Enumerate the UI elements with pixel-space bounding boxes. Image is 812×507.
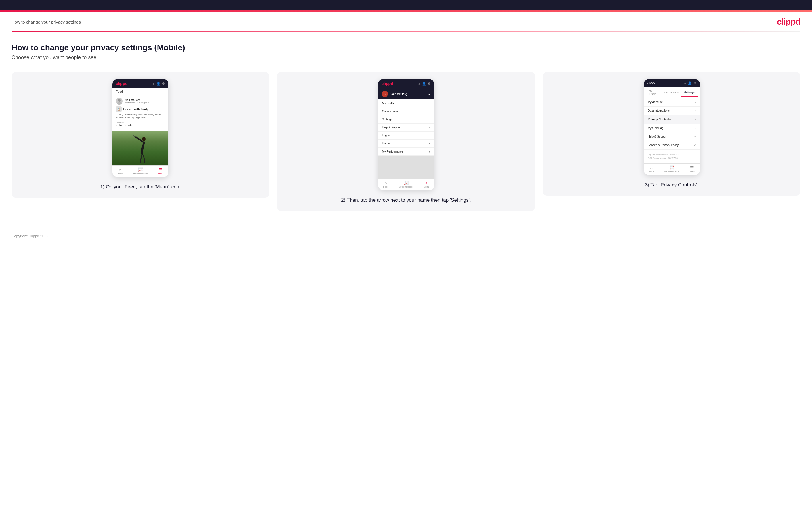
phone3-tabs: My Profile Connections Settings <box>644 87 700 98</box>
back-button[interactable]: ‹ Back <box>647 81 655 85</box>
profile-icon-3[interactable]: 👤 <box>688 81 692 85</box>
version-info: Clippd Client Version: 2022.8.3-3 GQL Se… <box>644 150 700 163</box>
settings-service-privacy[interactable]: Service & Privacy Policy ↗ <box>644 141 700 150</box>
phone1-duration-label: Duration <box>116 121 165 123</box>
phone2-menu-logout[interactable]: Logout <box>378 131 434 139</box>
server-version: GQL Server Version: 2022.7.30-1 <box>648 157 696 160</box>
header: How to change your privacy settings clip… <box>0 12 812 31</box>
phone2-menu-help[interactable]: Help & Support <box>378 123 434 131</box>
phone1-username: Blair McHarg <box>124 99 149 101</box>
phone2-nav-close[interactable]: ✕ Menu <box>424 181 429 188</box>
feed-label: Feed <box>112 88 168 95</box>
phone1-navbar: clippd ⌕ 👤 ⚙ <box>112 79 168 88</box>
phone3-nav-performance[interactable]: 📈 My Performance <box>664 165 679 173</box>
svg-point-2 <box>142 137 146 141</box>
chevron-right-icon-3: › <box>695 118 696 121</box>
tab-my-profile[interactable]: My Profile <box>646 87 661 98</box>
home-label-3: Home <box>649 171 654 173</box>
settings-icon-2[interactable]: ⚙ <box>428 82 431 86</box>
phone1-date: Yesterday · Sunningdale <box>124 101 149 104</box>
chevron-up-icon: ▲ <box>428 93 431 96</box>
step-card-3: ‹ Back ⌕ 👤 ⚙ My Profile Connections Sett… <box>543 72 801 195</box>
phone1-lesson-icon: 📋 <box>116 106 121 112</box>
phone2-user-info: B Blair McHarg <box>382 91 407 97</box>
phone2-menu: My Profile Connections Settings Help & S… <box>378 99 434 156</box>
chevron-down-icon-2: ▾ <box>429 150 430 153</box>
client-version: Clippd Client Version: 2022.8.3-3 <box>648 153 696 157</box>
phone2-menu-my-profile[interactable]: My Profile <box>378 99 434 107</box>
home-icon: ⌂ <box>119 167 121 172</box>
phone3-bottom-nav: ⌂ Home 📈 My Performance ☰ Menu <box>644 163 700 175</box>
phone2-nav-icons: ⌕ 👤 ⚙ <box>418 82 431 86</box>
phone2-username: Blair McHarg <box>390 93 407 96</box>
menu-icon: ☰ <box>159 167 162 172</box>
settings-my-golf-bag[interactable]: My Golf Bag › <box>644 124 700 132</box>
phone2-bottom-nav: ⌂ Home 📈 My Performance ✕ Menu <box>378 179 434 190</box>
profile-icon-2[interactable]: 👤 <box>422 82 426 86</box>
performance-icon-2: 📈 <box>404 181 409 185</box>
phone1-nav-icons: ⌕ 👤 ⚙ <box>153 82 165 86</box>
close-icon: ✕ <box>425 181 428 185</box>
phone2-nav-home[interactable]: ⌂ Home <box>383 181 389 188</box>
profile-icon[interactable]: 👤 <box>156 82 160 86</box>
external-icon-2: ↗ <box>694 144 696 147</box>
step3-caption: 3) Tap 'Privacy Controls'. <box>645 181 699 189</box>
menu-label: Menu <box>158 173 163 175</box>
phone1-nav-home[interactable]: ⌂ Home <box>117 167 123 175</box>
phone2-menu-settings[interactable]: Settings <box>378 115 434 123</box>
tab-settings[interactable]: Settings <box>681 89 698 97</box>
settings-help-support[interactable]: Help & Support ↗ <box>644 132 700 141</box>
settings-privacy-controls[interactable]: Privacy Controls › <box>644 115 700 124</box>
phone1-nav-performance[interactable]: 📈 My Performance <box>133 167 148 175</box>
search-icon-2[interactable]: ⌕ <box>418 82 420 86</box>
menu-icon-3: ☰ <box>690 165 694 170</box>
phone2-nav-performance[interactable]: 📈 My Performance <box>399 181 413 188</box>
top-bar <box>0 0 812 10</box>
svg-point-0 <box>118 99 121 102</box>
chevron-right-icon-2: › <box>695 109 696 112</box>
phone2-logo: clippd <box>382 81 393 86</box>
performance-icon-3: 📈 <box>669 165 674 170</box>
step1-caption: 1) On your Feed, tap the 'Menu' icon. <box>100 183 181 191</box>
phone1-bottom-nav: ⌂ Home 📈 My Performance ☰ Menu <box>112 165 168 177</box>
settings-data-integrations[interactable]: Data Integrations › <box>644 107 700 115</box>
menu-label-3: Menu <box>690 171 695 173</box>
phone1-user-row: Blair McHarg Yesterday · Sunningdale <box>116 98 165 105</box>
phone1-avatar <box>116 98 123 105</box>
search-icon[interactable]: ⌕ <box>153 82 155 86</box>
logo[interactable]: clippd <box>777 17 801 27</box>
phone2-section-performance[interactable]: My Performance ▾ <box>378 148 434 156</box>
search-icon-3[interactable]: ⌕ <box>684 81 686 85</box>
settings-icon[interactable]: ⚙ <box>162 82 165 86</box>
breadcrumb: How to change your privacy settings <box>11 19 81 24</box>
chevron-right-icon-1: › <box>695 101 696 104</box>
phone3-nav-home[interactable]: ⌂ Home <box>649 165 654 173</box>
chevron-right-icon-4: › <box>695 126 696 129</box>
main-content: How to change your privacy settings (Mob… <box>0 32 812 228</box>
settings-my-account[interactable]: My Account › <box>644 98 700 107</box>
phone1-nav-menu[interactable]: ☰ Menu <box>158 167 163 175</box>
phone-mockup-3: ‹ Back ⌕ 👤 ⚙ My Profile Connections Sett… <box>644 79 700 175</box>
chevron-down-icon: ▾ <box>429 142 430 145</box>
phone3-nav-menu[interactable]: ☰ Menu <box>690 165 695 173</box>
phone2-dropdown-header[interactable]: B Blair McHarg ▲ <box>378 88 434 99</box>
copyright: Copyright Clippd 2022 <box>11 234 49 238</box>
phone1-lesson-row: 📋 Lesson with Fordy <box>116 106 165 112</box>
performance-label-3: My Performance <box>664 171 679 173</box>
home-label-2: Home <box>383 186 389 188</box>
tab-connections[interactable]: Connections <box>661 89 681 96</box>
phone3-nav-icons: ⌕ 👤 ⚙ <box>684 81 697 85</box>
performance-label: My Performance <box>133 173 148 175</box>
step-card-1: clippd ⌕ 👤 ⚙ Feed <box>11 72 269 198</box>
phone1-duration-val: 01 hr : 30 min <box>116 124 165 127</box>
phone2-menu-connections[interactable]: Connections <box>378 107 434 115</box>
phone1-lesson-title: Lesson with Fordy <box>123 108 149 111</box>
page-subheading: Choose what you want people to see <box>11 55 801 61</box>
phone3-settings-list: My Account › Data Integrations › Privacy… <box>644 98 700 150</box>
settings-icon-3[interactable]: ⚙ <box>694 81 697 85</box>
phone2-section-home[interactable]: Home ▾ <box>378 139 434 148</box>
home-label: Home <box>117 173 123 175</box>
phone2-blurred <box>378 156 434 179</box>
svg-line-3 <box>133 135 135 137</box>
phone1-desc: Looking to feel like my hands are exitin… <box>116 113 165 119</box>
